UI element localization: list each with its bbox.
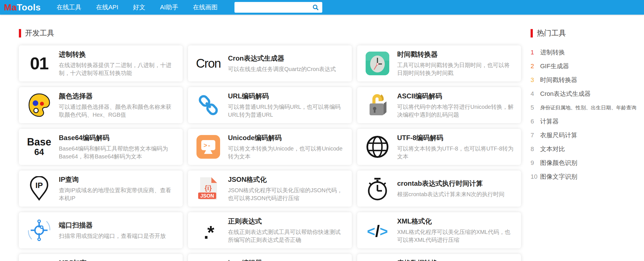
hot-tool-item-9[interactable]: 9 图像颜色识别 xyxy=(531,156,642,170)
site-logo[interactable]: MaTools xyxy=(4,2,41,13)
tool-card-regex[interactable]: .* 正则表达式 在线正则表达式测试工具可以帮助你快速测试所编写的正则表达式是否… xyxy=(188,212,352,248)
svg-text:IP: IP xyxy=(35,181,43,190)
tool-description: XML格式化程序可以美化压缩的XML代码，也可以将XML代码进行压缩 xyxy=(397,228,514,244)
tool-title: crontab表达式执行时间计算 xyxy=(397,179,514,188)
tool-description: 在线正则表达式测试工具可以帮助你快速测试所编写的正则表达式是否正确 xyxy=(228,228,345,244)
tool-card-json[interactable]: {i} JSON JSON格式化 JSON格式化程序可以美化压缩的JSON代码，… xyxy=(188,171,352,207)
tool-card-ip[interactable]: IP IP查询 查询IP或域名的地理位置和宽带供应商、查看本机IP xyxy=(19,171,183,207)
tool-title: IP查询 xyxy=(59,175,175,184)
tool-card-table-convert[interactable]: 表格数据转换 xyxy=(357,254,521,261)
card-text: JSON格式化 JSON格式化程序可以美化压缩的JSON代码，也可以将JSON代… xyxy=(228,175,345,202)
page-body: 开发工具 01 进制转换 在线进制转换器提供了二进制，八进制，十进制，十六进制等… xyxy=(0,15,644,261)
hot-tool-item-10[interactable]: 10 图像文字识别 xyxy=(531,170,642,183)
nav-item-2[interactable]: 在线API xyxy=(96,3,118,12)
section-title: 开发工具 xyxy=(25,28,54,38)
hot-tool-item-3[interactable]: 3 时间戳转换器 xyxy=(531,73,642,87)
stopwatch-icon xyxy=(364,175,391,202)
binary-text-icon: 01 xyxy=(26,50,53,77)
hot-rank: 5 xyxy=(531,104,540,111)
clock-icon xyxy=(364,50,391,77)
tool-title: ASCII编码解码 xyxy=(397,92,514,101)
hot-tool-item-4[interactable]: 4 Cron表达式生成器 xyxy=(531,87,642,101)
lock-icon xyxy=(364,92,391,119)
card-text: 颜色选择器 可以通过颜色选择器、颜色表和颜色名称来获取颜色代码、Hex、RGB值 xyxy=(59,92,175,119)
card-text: URL编码解码 可以将普通URL转为编码URL，也可以将编码URL转为普通URL xyxy=(228,92,345,119)
tool-card-md5[interactable]: MD5 MD5加密 xyxy=(19,254,183,261)
table-icon xyxy=(364,258,391,261)
svg-text:{i}: {i} xyxy=(205,184,212,192)
tool-card-utf8[interactable]: UTF-8编码解码 可以将文本转换为UTF-8，也可以将UTF-8转为文本 xyxy=(357,129,521,165)
hot-rank: 10 xyxy=(531,173,540,180)
tool-title: UTF-8编码解码 xyxy=(397,133,514,142)
tool-description: 工具可以将时间戳转换为日期时间，也可以将日期时间转换为时间戳 xyxy=(397,61,514,77)
tool-title: json编辑器 xyxy=(228,258,345,261)
sidebar-accent-bar xyxy=(531,29,533,37)
nav-item-5[interactable]: 在线画图 xyxy=(193,3,218,12)
card-text: Base64编码解码 Base64编码和解码工具帮助您将文本编码为Base64，… xyxy=(59,133,175,160)
palette-icon xyxy=(26,92,53,119)
hot-label: 文本对比 xyxy=(540,145,565,153)
hot-label: 图像颜色识别 xyxy=(540,159,577,167)
tool-card-ascii[interactable]: ASCII编码解码 可以将代码中的本地字符进行Unicode转换，解决编程中遇到… xyxy=(357,87,521,123)
hot-label: 时间戳转换器 xyxy=(540,76,577,84)
card-text: 时间戳转换器 工具可以将时间戳转换为日期时间，也可以将日期时间转换为时间戳 xyxy=(397,50,514,77)
main-nav: 在线工具在线API好文AI助手在线画图 xyxy=(57,3,218,12)
hot-rank: 9 xyxy=(531,159,540,167)
hot-tool-item-7[interactable]: 7 衣服尺码计算 xyxy=(531,128,642,142)
tool-card-cron[interactable]: Cron Cron表达式生成器 可以在线生成任务调度Quartz的Cron表达式 xyxy=(188,45,352,81)
nav-item-1[interactable]: 在线工具 xyxy=(57,3,81,12)
hot-rank: 8 xyxy=(531,145,540,153)
tool-card-url[interactable]: URL编码解码 可以将普通URL转为编码URL，也可以将编码URL转为普通URL xyxy=(188,87,352,123)
card-text: ASCII编码解码 可以将代码中的本地字符进行Unicode转换，解决编程中遇到… xyxy=(397,92,514,119)
regex-text-icon: .* xyxy=(195,217,222,244)
search-box xyxy=(234,2,322,13)
search-input[interactable] xyxy=(234,2,309,13)
code-brackets-icon: </> xyxy=(364,217,391,244)
tool-title: 颜色选择器 xyxy=(59,92,175,101)
terminal-monitor-icon: >- xyxy=(195,133,222,160)
sidebar-title: 热门工具 xyxy=(537,28,566,38)
md5-text-icon: MD5 xyxy=(26,258,53,261)
card-text: 表格数据转换 xyxy=(397,258,514,261)
tool-description: 可以将文本转换为Unicode，也可以将Unicode转为文本 xyxy=(228,145,345,160)
card-text: crontab表达式执行时间计算 根据crontab表达式计算未来N次的执行时间 xyxy=(397,179,514,198)
tool-description: Base64编码和解码工具帮助您将文本编码为Base64，和将Base64解码为… xyxy=(59,145,175,160)
tool-title: XML格式化 xyxy=(397,217,514,226)
tool-card-json-editor[interactable]: json编辑器 xyxy=(188,254,352,261)
nav-item-4[interactable]: AI助手 xyxy=(160,3,178,12)
hot-label: 进制转换 xyxy=(540,48,565,57)
tool-card-crontab[interactable]: crontab表达式执行时间计算 根据crontab表达式计算未来N次的执行时间 xyxy=(357,171,521,207)
tool-title: 端口扫描器 xyxy=(59,221,175,230)
hot-rank: 6 xyxy=(531,118,540,125)
tool-title: Cron表达式生成器 xyxy=(228,54,345,63)
card-text: json编辑器 xyxy=(228,258,345,261)
hot-tool-item-1[interactable]: 1 进制转换 xyxy=(531,45,642,59)
tool-title: Unicode编码解码 xyxy=(228,133,345,142)
card-text: Unicode编码解码 可以将文本转换为Unicode，也可以将Unicode转… xyxy=(228,133,345,160)
tool-card-timestamp[interactable]: 时间戳转换器 工具可以将时间戳转换为日期时间，也可以将日期时间转换为时间戳 xyxy=(357,45,521,81)
tool-title: 进制转换 xyxy=(59,50,175,59)
tool-card-color-picker[interactable]: 颜色选择器 可以通过颜色选择器、颜色表和颜色名称来获取颜色代码、Hex、RGB值 xyxy=(19,87,183,123)
card-text: XML格式化 XML格式化程序可以美化压缩的XML代码，也可以将XML代码进行压… xyxy=(397,217,514,244)
hot-tool-item-6[interactable]: 6 计算器 xyxy=(531,114,642,128)
tool-card-port-scanner[interactable]: 端口扫描器 扫描常用或指定的端口，查看端口是否开放 xyxy=(19,212,183,248)
hot-tool-item-2[interactable]: 2 GIF生成器 xyxy=(531,59,642,73)
card-text: MD5加密 xyxy=(59,258,175,261)
tool-card-xml[interactable]: </> XML格式化 XML格式化程序可以美化压缩的XML代码，也可以将XML代… xyxy=(357,212,521,248)
tool-card-base64[interactable]: Base64 Base64编码解码 Base64编码和解码工具帮助您将文本编码为… xyxy=(19,129,183,165)
hot-tool-item-8[interactable]: 8 文本对比 xyxy=(531,142,642,156)
tool-title: 正则表达式 xyxy=(228,217,345,226)
search-button[interactable] xyxy=(309,2,322,13)
editor-monitor-icon xyxy=(195,258,222,261)
card-text: Cron表达式生成器 可以在线生成任务调度Quartz的Cron表达式 xyxy=(228,54,345,73)
dev-tools-header: 开发工具 xyxy=(19,28,521,38)
tool-card-unicode[interactable]: >- Unicode编码解码 可以将文本转换为Unicode，也可以将Unico… xyxy=(188,129,352,165)
tool-card-binary[interactable]: 01 进制转换 在线进制转换器提供了二进制，八进制，十进制，十六进制等相互转换功… xyxy=(19,45,183,81)
hot-rank: 1 xyxy=(531,49,540,56)
tool-description: 可以将代码中的本地字符进行Unicode转换，解决编程中遇到的乱码问题 xyxy=(397,103,514,119)
hot-tool-item-5[interactable]: 5 身份证归属地、性别、出生日期、年龄查询 xyxy=(531,101,642,114)
search-icon xyxy=(312,4,319,10)
ip-pin-icon: IP xyxy=(26,175,53,202)
nav-item-3[interactable]: 好文 xyxy=(133,3,145,12)
hot-label: Cron表达式生成器 xyxy=(540,90,591,98)
